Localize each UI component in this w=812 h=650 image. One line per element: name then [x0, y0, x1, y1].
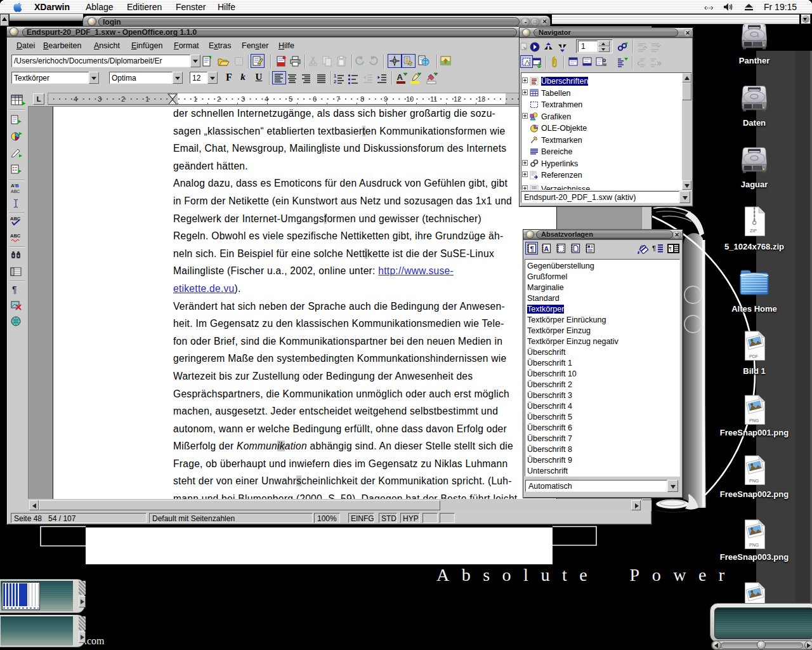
svg-text:¶: ¶	[530, 245, 534, 253]
svg-text:ABC: ABC	[11, 189, 20, 194]
svg-text:A: A	[11, 183, 15, 189]
svg-text:PNG: PNG	[749, 479, 759, 483]
svg-text:1: 1	[334, 73, 336, 79]
svg-text:A: A	[544, 245, 549, 253]
svg-text:PNG: PNG	[749, 418, 759, 423]
svg-text:ZIP: ZIP	[750, 229, 757, 233]
svg-text:PDF: PDF	[749, 354, 758, 359]
svg-text:¶: ¶	[669, 246, 672, 251]
svg-text:B: B	[15, 183, 19, 189]
svg-text:PNG: PNG	[749, 543, 759, 547]
svg-text:ABC: ABC	[10, 233, 21, 239]
svg-text:¶: ¶	[12, 284, 17, 295]
svg-text:¶: ¶	[652, 244, 656, 252]
svg-text:A: A	[397, 72, 403, 82]
svg-text:2: 2	[334, 79, 336, 84]
